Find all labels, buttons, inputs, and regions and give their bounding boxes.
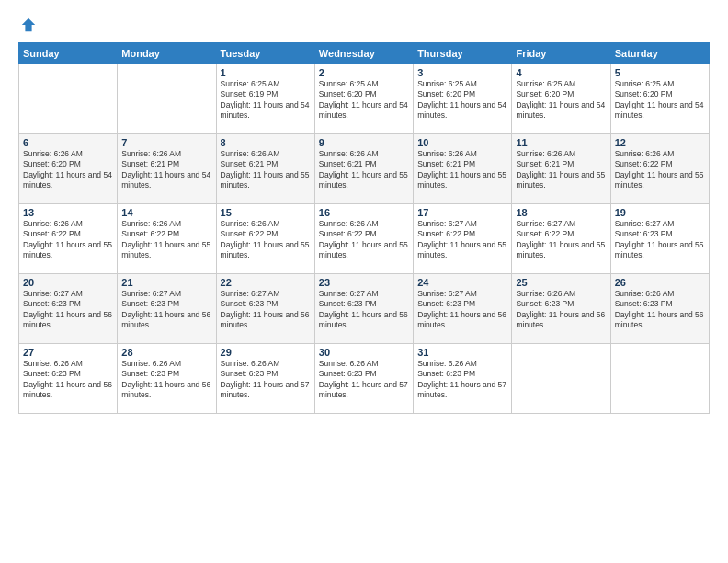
calendar-body: 1Sunrise: 6:25 AM Sunset: 6:19 PM Daylig… [19, 64, 710, 414]
calendar-week-row: 6Sunrise: 6:26 AM Sunset: 6:20 PM Daylig… [19, 134, 710, 204]
day-number: 23 [319, 277, 409, 288]
day-info: Sunrise: 6:25 AM Sunset: 6:19 PM Dayligh… [221, 79, 311, 121]
weekday-header: Thursday [414, 43, 512, 64]
calendar-cell: 19Sunrise: 6:27 AM Sunset: 6:23 PM Dayli… [610, 204, 709, 274]
calendar-cell: 22Sunrise: 6:27 AM Sunset: 6:23 PM Dayli… [216, 274, 314, 344]
calendar-week-row: 27Sunrise: 6:26 AM Sunset: 6:23 PM Dayli… [19, 344, 710, 414]
calendar-cell: 9Sunrise: 6:26 AM Sunset: 6:21 PM Daylig… [314, 134, 413, 204]
calendar-cell: 10Sunrise: 6:26 AM Sunset: 6:21 PM Dayli… [414, 134, 512, 204]
day-info: Sunrise: 6:25 AM Sunset: 6:20 PM Dayligh… [615, 79, 705, 121]
calendar-cell: 24Sunrise: 6:27 AM Sunset: 6:23 PM Dayli… [414, 274, 512, 344]
day-number: 15 [221, 207, 311, 218]
day-number: 3 [417, 67, 507, 78]
calendar-cell: 2Sunrise: 6:25 AM Sunset: 6:20 PM Daylig… [314, 64, 413, 134]
day-number: 16 [319, 207, 409, 218]
day-number: 2 [319, 67, 409, 78]
day-info: Sunrise: 6:27 AM Sunset: 6:22 PM Dayligh… [417, 219, 507, 261]
day-number: 1 [221, 67, 311, 78]
day-info: Sunrise: 6:25 AM Sunset: 6:20 PM Dayligh… [319, 79, 409, 121]
day-info: Sunrise: 6:26 AM Sunset: 6:22 PM Dayligh… [615, 149, 705, 191]
calendar-cell: 8Sunrise: 6:26 AM Sunset: 6:21 PM Daylig… [216, 134, 314, 204]
calendar-cell: 20Sunrise: 6:27 AM Sunset: 6:23 PM Dayli… [19, 274, 118, 344]
day-number: 11 [516, 137, 606, 148]
calendar-header: SundayMondayTuesdayWednesdayThursdayFrid… [19, 43, 710, 64]
calendar-table: SundayMondayTuesdayWednesdayThursdayFrid… [18, 42, 710, 414]
day-info: Sunrise: 6:26 AM Sunset: 6:23 PM Dayligh… [121, 359, 211, 401]
calendar-cell [512, 344, 610, 414]
day-info: Sunrise: 6:27 AM Sunset: 6:23 PM Dayligh… [417, 289, 507, 331]
calendar-cell: 11Sunrise: 6:26 AM Sunset: 6:21 PM Dayli… [512, 134, 610, 204]
day-info: Sunrise: 6:26 AM Sunset: 6:21 PM Dayligh… [121, 149, 211, 191]
day-number: 24 [417, 277, 507, 288]
day-number: 21 [121, 277, 211, 288]
logo [18, 17, 37, 33]
day-number: 5 [615, 67, 705, 78]
calendar-cell: 1Sunrise: 6:25 AM Sunset: 6:19 PM Daylig… [216, 64, 314, 134]
day-info: Sunrise: 6:26 AM Sunset: 6:23 PM Dayligh… [319, 359, 409, 401]
page: SundayMondayTuesdayWednesdayThursdayFrid… [0, 0, 728, 563]
day-number: 4 [516, 67, 606, 78]
weekday-header: Tuesday [216, 43, 314, 64]
calendar-cell: 13Sunrise: 6:26 AM Sunset: 6:22 PM Dayli… [19, 204, 118, 274]
weekday-header: Monday [118, 43, 216, 64]
day-info: Sunrise: 6:27 AM Sunset: 6:23 PM Dayligh… [319, 289, 409, 331]
svg-marker-0 [22, 18, 35, 31]
day-info: Sunrise: 6:26 AM Sunset: 6:21 PM Dayligh… [417, 149, 507, 191]
calendar-cell: 30Sunrise: 6:26 AM Sunset: 6:23 PM Dayli… [314, 344, 413, 414]
calendar-cell: 21Sunrise: 6:27 AM Sunset: 6:23 PM Dayli… [118, 274, 216, 344]
day-info: Sunrise: 6:26 AM Sunset: 6:23 PM Dayligh… [615, 289, 705, 331]
day-number: 6 [23, 137, 113, 148]
day-info: Sunrise: 6:26 AM Sunset: 6:23 PM Dayligh… [23, 359, 113, 401]
calendar-cell: 5Sunrise: 6:25 AM Sunset: 6:20 PM Daylig… [610, 64, 709, 134]
day-number: 12 [615, 137, 705, 148]
day-info: Sunrise: 6:26 AM Sunset: 6:22 PM Dayligh… [319, 219, 409, 261]
day-number: 9 [319, 137, 409, 148]
day-info: Sunrise: 6:25 AM Sunset: 6:20 PM Dayligh… [417, 79, 507, 121]
day-info: Sunrise: 6:27 AM Sunset: 6:23 PM Dayligh… [221, 289, 311, 331]
calendar-cell: 6Sunrise: 6:26 AM Sunset: 6:20 PM Daylig… [19, 134, 118, 204]
calendar-cell: 23Sunrise: 6:27 AM Sunset: 6:23 PM Dayli… [314, 274, 413, 344]
day-number: 14 [121, 207, 211, 218]
day-number: 10 [417, 137, 507, 148]
day-number: 30 [319, 347, 409, 358]
day-info: Sunrise: 6:26 AM Sunset: 6:21 PM Dayligh… [516, 149, 606, 191]
calendar-cell: 4Sunrise: 6:25 AM Sunset: 6:20 PM Daylig… [512, 64, 610, 134]
calendar-cell: 28Sunrise: 6:26 AM Sunset: 6:23 PM Dayli… [118, 344, 216, 414]
calendar-cell [610, 344, 709, 414]
day-info: Sunrise: 6:27 AM Sunset: 6:22 PM Dayligh… [516, 219, 606, 261]
calendar-cell: 7Sunrise: 6:26 AM Sunset: 6:21 PM Daylig… [118, 134, 216, 204]
day-info: Sunrise: 6:26 AM Sunset: 6:23 PM Dayligh… [516, 289, 606, 331]
weekday-row: SundayMondayTuesdayWednesdayThursdayFrid… [19, 43, 710, 64]
calendar-cell: 26Sunrise: 6:26 AM Sunset: 6:23 PM Dayli… [610, 274, 709, 344]
calendar-week-row: 20Sunrise: 6:27 AM Sunset: 6:23 PM Dayli… [19, 274, 710, 344]
day-number: 28 [121, 347, 211, 358]
day-info: Sunrise: 6:26 AM Sunset: 6:23 PM Dayligh… [417, 359, 507, 401]
weekday-header: Saturday [610, 43, 709, 64]
day-info: Sunrise: 6:26 AM Sunset: 6:22 PM Dayligh… [23, 219, 113, 261]
day-number: 8 [221, 137, 311, 148]
day-number: 20 [23, 277, 113, 288]
logo-icon [20, 17, 37, 33]
day-number: 13 [23, 207, 113, 218]
weekday-header: Friday [512, 43, 610, 64]
day-number: 29 [221, 347, 311, 358]
day-info: Sunrise: 6:26 AM Sunset: 6:23 PM Dayligh… [221, 359, 311, 401]
calendar-week-row: 13Sunrise: 6:26 AM Sunset: 6:22 PM Dayli… [19, 204, 710, 274]
header [18, 17, 710, 33]
calendar-cell [19, 64, 118, 134]
calendar-cell: 29Sunrise: 6:26 AM Sunset: 6:23 PM Dayli… [216, 344, 314, 414]
weekday-header: Sunday [19, 43, 118, 64]
calendar-cell: 15Sunrise: 6:26 AM Sunset: 6:22 PM Dayli… [216, 204, 314, 274]
calendar-cell: 16Sunrise: 6:26 AM Sunset: 6:22 PM Dayli… [314, 204, 413, 274]
weekday-header: Wednesday [314, 43, 413, 64]
day-info: Sunrise: 6:26 AM Sunset: 6:22 PM Dayligh… [221, 219, 311, 261]
day-number: 31 [417, 347, 507, 358]
day-info: Sunrise: 6:26 AM Sunset: 6:22 PM Dayligh… [121, 219, 211, 261]
calendar-week-row: 1Sunrise: 6:25 AM Sunset: 6:19 PM Daylig… [19, 64, 710, 134]
day-number: 7 [121, 137, 211, 148]
day-info: Sunrise: 6:27 AM Sunset: 6:23 PM Dayligh… [23, 289, 113, 331]
day-info: Sunrise: 6:26 AM Sunset: 6:20 PM Dayligh… [23, 149, 113, 191]
day-info: Sunrise: 6:26 AM Sunset: 6:21 PM Dayligh… [319, 149, 409, 191]
calendar-cell: 14Sunrise: 6:26 AM Sunset: 6:22 PM Dayli… [118, 204, 216, 274]
day-info: Sunrise: 6:27 AM Sunset: 6:23 PM Dayligh… [615, 219, 705, 261]
